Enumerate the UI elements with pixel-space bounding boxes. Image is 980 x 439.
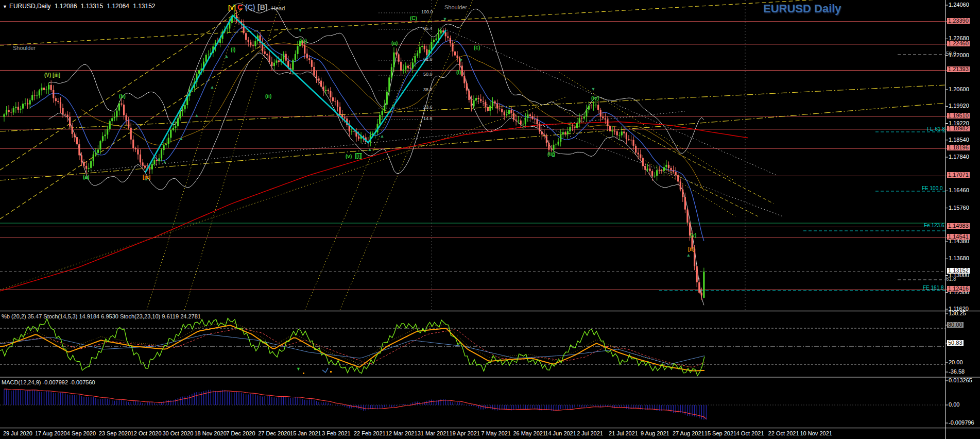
up-arrow-icon: ▲ [195,113,199,118]
up-arrow-icon: ▲ [551,153,556,158]
main-chart-area: ▲▲▲▲▲▲▲▲▲▲▲▲▼▼▼▼▼ [0,0,945,310]
macd-panel-label: MACD(12,24,9) -0.007992 -0.007560 [2,379,95,385]
up-arrow-icon: ▲ [163,159,167,164]
ohlc-close: 1.13152 [133,3,155,10]
symbol-title-bar[interactable]: ▼EURUSD,Daily 1.12086 1.13315 1.12064 1.… [3,3,158,10]
macd-area [0,389,945,420]
up-arrow-icon: ▲ [391,103,396,108]
chart-canvas[interactable]: ▲▲▲▲▲▲▲▲▲▲▲▲▼▼▼▼▼▼ [0,0,980,439]
up-arrow-icon: ▲ [686,252,691,258]
up-arrow-icon: ▲ [225,54,229,59]
up-arrow-icon: ▲ [380,133,385,139]
up-arrow-icon: ▲ [179,136,184,141]
up-arrow-icon: ▲ [368,147,372,152]
down-arrow-icon: ▼ [591,87,596,92]
stoch-mark-icon: ▼ [296,366,301,372]
symbol-name: EURUSD,Daily [9,3,51,10]
chart-watermark: EURUSD Daily [763,2,841,15]
down-arrow-icon: ▼ [459,58,463,63]
mt4-chart-window: ▲▲▲▲▲▲▲▲▲▲▲▲▼▼▼▼▼▼ ▼EURUSD,Daily 1.12086… [0,0,980,439]
stochastic-panel-label: %b (20,2) 35.47 Stoch(14,5,3) 14.9184 6.… [2,313,201,319]
down-arrow-icon: ▼ [232,3,237,8]
down-arrow-icon: ▼ [298,28,303,33]
up-arrow-icon: ▲ [210,85,215,90]
up-arrow-icon: ▲ [84,175,89,180]
ohlc-open: 1.12086 [55,3,77,10]
stochastic-area: ▼ [0,318,945,376]
down-arrow-icon: ▼ [443,16,448,22]
ohlc-high: 1.13315 [81,3,103,10]
up-arrow-icon: ▲ [144,176,149,181]
ohlc-low: 1.12064 [107,3,129,10]
symbol-dropdown-icon[interactable]: ▼ [3,4,7,9]
